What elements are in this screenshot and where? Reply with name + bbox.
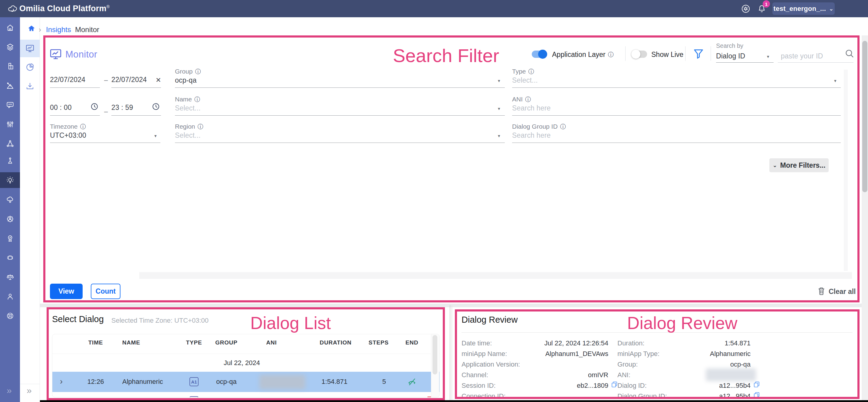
pie-chart-icon: [25, 63, 34, 72]
home-icon: [6, 24, 14, 32]
breadcrumb-home-icon[interactable]: [28, 25, 35, 32]
review-label: Channel:: [462, 371, 488, 379]
filter-panel-vscroll-track[interactable]: [844, 70, 848, 271]
dialog-row-selected[interactable]: › 12:26 Alphanumeric A1 ocp-qa 1:54.871 …: [52, 372, 439, 392]
date-group-label: Jul 22, 2024: [224, 359, 260, 367]
column-header-time: TIME: [88, 339, 103, 346]
sidebar-item-orchestrator[interactable]: [0, 135, 20, 151]
column-header-name: NAME: [122, 339, 140, 346]
row-ani-redacted: [259, 375, 305, 389]
caret-down-icon[interactable]: ▾: [834, 78, 837, 84]
timezone-underline: [50, 143, 160, 143]
date-range-separator: –: [104, 76, 108, 84]
sidebar-item-preferences[interactable]: [0, 116, 20, 132]
breadcrumb-separator: ›: [67, 25, 70, 34]
region-select[interactable]: Select...: [175, 131, 200, 140]
search-by-underline: [716, 62, 774, 63]
toolbar-divider: [711, 46, 711, 61]
application-layer-toggle-knob[interactable]: [538, 50, 547, 59]
settings-icon[interactable]: [741, 4, 751, 13]
time-from-field[interactable]: 00 : 00: [50, 103, 72, 112]
info-icon: ⓘ: [528, 69, 534, 74]
caret-down-icon[interactable]: ▾: [154, 133, 157, 138]
sidebar-item-insights-active[interactable]: [0, 172, 20, 188]
sidebar-item-quality[interactable]: [0, 230, 20, 246]
table-scrollbar-track[interactable]: [431, 334, 439, 397]
sidebar-item-account[interactable]: [0, 288, 20, 304]
sidebar-item-mini-apps[interactable]: [0, 58, 20, 74]
time-range-separator: –: [104, 108, 108, 116]
search-by-label: Search by: [716, 42, 743, 49]
dialog-review-panel: Dialog Review Date time: Jul 22, 2024 12…: [457, 311, 858, 397]
filter-funnel-icon[interactable]: [692, 47, 705, 61]
lightbulb-insights-icon: [6, 176, 14, 184]
date-to-field[interactable]: 22/07/2024: [112, 76, 147, 84]
sidebar-item-monitor-active[interactable]: [20, 40, 40, 57]
primary-rail-expand-icon[interactable]: »: [7, 386, 12, 395]
review-value: Jul 22, 2024 12:26:54: [493, 339, 608, 347]
search-id-input[interactable]: paste your ID: [781, 52, 823, 60]
sidebar-item-usage-reports[interactable]: [20, 58, 40, 76]
copy-icon[interactable]: [611, 380, 618, 389]
chevron-down-icon: ⌄: [773, 162, 777, 168]
application-layer-label: Application Layer ⓘ: [552, 51, 614, 59]
registered-mark: ®: [106, 4, 110, 9]
dialog-group-id-input[interactable]: Search here: [512, 131, 551, 140]
copy-icon[interactable]: [753, 380, 760, 389]
view-button[interactable]: View: [50, 284, 83, 299]
sidebar-item-compliance[interactable]: [0, 269, 20, 285]
table-scrollbar-thumb[interactable]: [433, 335, 437, 374]
filter-panel-hscroll-track[interactable]: [139, 272, 852, 279]
account-menu-button[interactable]: test_energon_... ⌄: [772, 2, 835, 15]
page-scrollbar-track[interactable]: [862, 35, 868, 402]
group-select[interactable]: ocp-qa: [175, 76, 197, 85]
type-select[interactable]: Select...: [512, 76, 538, 85]
sidebar-item-home[interactable]: [0, 20, 20, 35]
mini-apps-icon: [6, 62, 14, 70]
review-value: Alphanum1_DEVAws: [493, 350, 608, 358]
search-id-underline: [778, 62, 854, 63]
caret-down-icon[interactable]: ▾: [498, 78, 500, 84]
secondary-rail-expand-icon[interactable]: »: [27, 386, 32, 395]
page-scrollbar-thumb[interactable]: [862, 41, 867, 192]
clear-all-button[interactable]: Clear all: [829, 287, 856, 296]
notification-count-badge: 1: [763, 0, 770, 7]
sidebar-item-machine-learning[interactable]: [0, 250, 20, 266]
select-dialog-title: Select Dialog: [52, 314, 104, 324]
ani-input[interactable]: Search here: [512, 104, 551, 112]
count-button[interactable]: Count: [91, 284, 120, 299]
caret-down-icon[interactable]: ▾: [498, 106, 500, 112]
clock-icon[interactable]: [152, 102, 160, 111]
sliders-icon: [6, 120, 14, 128]
sidebar-item-dialogs[interactable]: [0, 97, 20, 113]
life-ring-icon: [6, 312, 14, 320]
row-expander-icon[interactable]: ›: [60, 377, 63, 386]
review-value: 1:54.871: [648, 339, 751, 347]
show-live-toggle-knob[interactable]: [631, 50, 641, 59]
sidebar-item-cloud-services[interactable]: [0, 192, 20, 207]
sidebar-item-layers[interactable]: [0, 39, 20, 55]
ani-label: ANIⓘ: [512, 96, 531, 103]
search-icon[interactable]: [844, 49, 855, 59]
row-time: 12:26: [87, 378, 104, 385]
clear-dates-icon[interactable]: ✕: [156, 76, 161, 84]
sidebar-item-exports[interactable]: [20, 77, 40, 95]
copy-icon[interactable]: [753, 391, 760, 397]
trash-icon[interactable]: [817, 286, 826, 296]
clock-icon[interactable]: [90, 102, 99, 111]
time-to-field[interactable]: 23 : 59: [112, 103, 133, 112]
sidebar-item-reports[interactable]: [0, 153, 20, 168]
timezone-select[interactable]: UTC+03:00: [50, 131, 86, 140]
cloud-icon: [6, 195, 14, 204]
caret-down-icon[interactable]: ▾: [498, 133, 500, 138]
date-from-field[interactable]: 22/07/2024: [50, 76, 85, 84]
name-select[interactable]: Select...: [175, 104, 200, 112]
monitor-chart-icon: [25, 44, 34, 53]
search-by-select[interactable]: Dialog ID: [716, 52, 745, 60]
sidebar-item-design-tools[interactable]: [0, 78, 20, 93]
more-filters-button[interactable]: ⌄ More Filters...: [769, 158, 829, 172]
sidebar-item-admin[interactable]: [0, 211, 20, 227]
caret-down-icon[interactable]: ▾: [767, 54, 769, 59]
sidebar-item-support[interactable]: [0, 308, 20, 323]
row-name: Alphanumeric: [122, 378, 163, 385]
